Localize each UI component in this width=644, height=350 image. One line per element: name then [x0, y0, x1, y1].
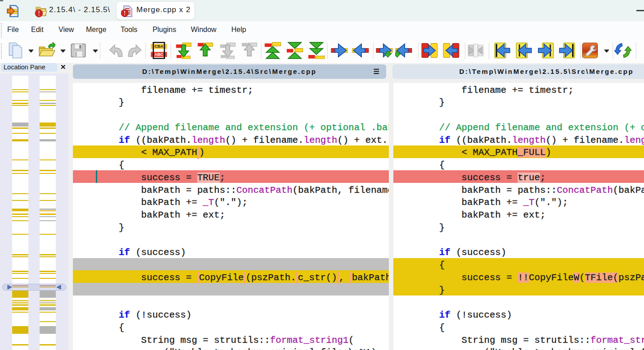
svg-text:ABC: ABC	[154, 52, 163, 57]
svg-text:CBA: CBA	[154, 44, 163, 49]
